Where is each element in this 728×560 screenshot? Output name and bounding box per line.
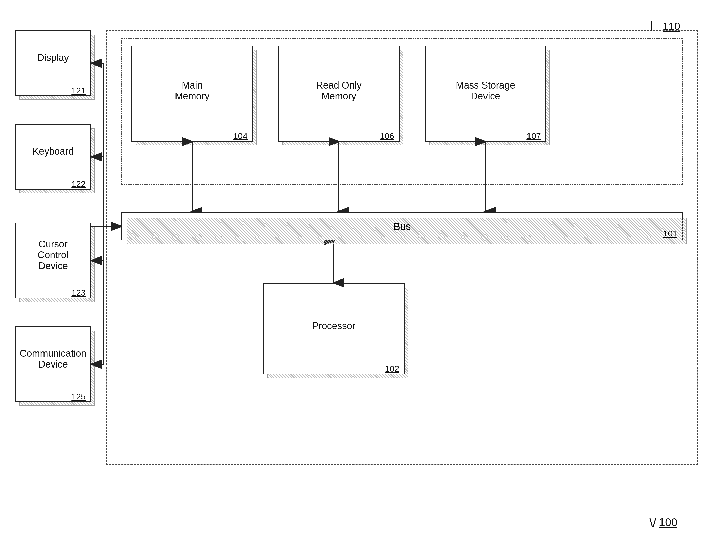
read-only-memory-ref: 106: [380, 131, 394, 141]
label-110: 110: [662, 20, 680, 32]
read-only-memory-label: Read Only Memory: [316, 80, 362, 102]
keyboard-label: Keyboard: [33, 146, 74, 157]
communication-box: Communication Device 125: [15, 326, 91, 402]
read-only-memory-box: Read Only Memory 106: [278, 46, 399, 142]
display-ref: 121: [71, 85, 86, 95]
cursor-control-ref: 123: [71, 288, 86, 298]
processor-label: Processor: [312, 320, 355, 331]
processor-box: Processor 102: [263, 283, 404, 374]
bus-ref: 101: [663, 229, 677, 239]
bus-label: Bus: [393, 221, 411, 232]
mass-storage-box: Mass Storage Device 107: [425, 46, 546, 142]
mass-storage-label: Mass Storage Device: [456, 80, 515, 102]
zigzag-100: \/: [649, 515, 656, 530]
processor-ref: 102: [385, 364, 399, 374]
label-100: 100: [659, 516, 677, 529]
cursor-control-box: Cursor Control Device 123: [15, 223, 91, 298]
main-memory-ref: 104: [233, 131, 248, 141]
communication-ref: 125: [71, 392, 86, 401]
mass-storage-ref: 107: [526, 131, 541, 141]
figure-label-area: \/ 100: [649, 515, 677, 530]
keyboard-box: Keyboard 122: [15, 124, 91, 190]
diagram: 110 / Main Memory 104 Read Only Memory 1…: [10, 15, 713, 534]
bus-box: Bus 101: [121, 212, 683, 240]
keyboard-ref: 122: [71, 179, 86, 189]
communication-label: Communication Device: [20, 348, 87, 370]
display-label: Display: [37, 52, 69, 63]
main-memory-box: Main Memory 104: [132, 46, 253, 142]
main-memory-label: Main Memory: [175, 80, 209, 102]
cursor-control-label: Cursor Control Device: [38, 239, 69, 271]
display-box: Display 121: [15, 30, 91, 96]
